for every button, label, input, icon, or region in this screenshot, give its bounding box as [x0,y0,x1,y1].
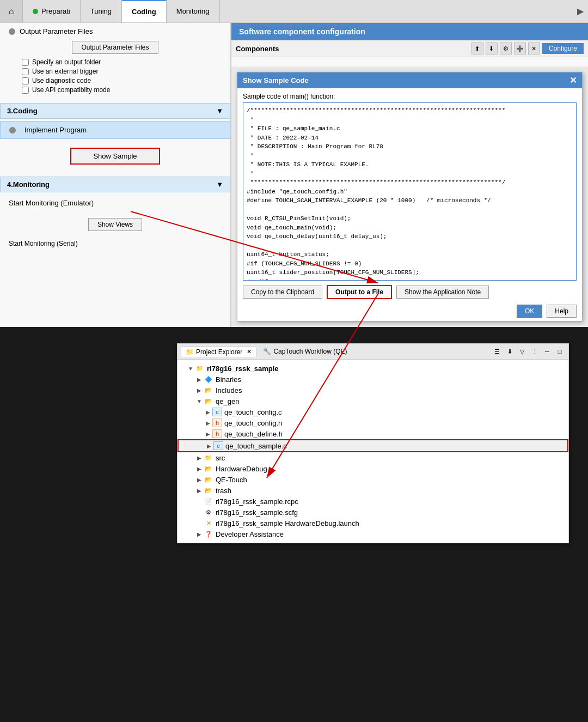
start-monitoring-emulator-label: Start Monitoring (Emulator) [9,199,94,207]
explorer-icon-down[interactable]: ⬇ [504,346,515,357]
tree-item-root[interactable]: ▼ 📁 rl78g16_rssk_sample [177,363,568,374]
implement-circle-icon [9,127,16,134]
show-views-button[interactable]: Show Views [88,218,142,231]
tree-item-includes[interactable]: ▶ 📂 Includes [177,385,568,396]
show-views-area: Show Views [0,211,230,238]
checkbox-diagnostic-input[interactable] [22,77,29,84]
tab-tuning[interactable]: Tuning [81,0,122,22]
tree-item-qe-config-c[interactable]: ▶ c qe_touch_config.c [177,406,568,417]
trash-icon: 📂 [204,486,213,495]
show-application-note-button[interactable]: Show the Application Note [396,286,489,299]
toolbar-icon-gear[interactable]: ⚙ [500,43,512,54]
toggle-src[interactable]: ▶ [195,455,204,461]
qe-touch-icon: 📂 [204,475,213,484]
checkbox-api-compat-input[interactable] [22,87,29,94]
left-panel: Output Parameter Files Output Parameter … [0,23,231,327]
tree-item-qe-define-h[interactable]: ▶ h qe_touch_define.h [177,428,568,439]
dialog-overlay: Show Sample Code ✕ Sample code of main()… [231,66,588,327]
label-launch: rl78g16_rssk_sample HardwareDebug.launch [216,519,359,527]
section3-header: 3.Coding ▼ [0,103,230,119]
section3-title: 3.Coding [7,107,38,115]
c-file-icon-config: c [212,408,222,416]
gray-circle-icon [9,28,15,35]
components-label: Components [236,45,279,53]
explorer-content: ▼ 📁 rl78g16_rssk_sample ▶ 🔷 Binaries ▶ 📂… [177,360,568,543]
toggle-dev-assist[interactable]: ▶ [195,531,204,537]
tree-item-binaries[interactable]: ▶ 🔷 Binaries [177,374,568,385]
checkbox-output-folder-input[interactable] [22,59,29,66]
toggle-includes[interactable]: ▶ [195,387,204,393]
toggle-binaries[interactable]: ▶ [195,377,204,383]
toggle-trash[interactable]: ▶ [195,488,204,494]
checkbox-external-trigger-input[interactable] [22,68,29,75]
tree-item-scfg[interactable]: ▶ ⚙ rl78g16_rssk_sample.scfg [177,507,568,518]
section4-title: 4.Monitoring [7,180,50,189]
tab-monitoring[interactable]: Monitoring [167,0,220,22]
label-qe-touch: QE-Touch [216,476,247,484]
toolbar-icon-add[interactable]: ➕ [514,43,526,54]
show-sample-area: Show Sample [0,139,230,173]
binaries-icon: 🔷 [204,375,213,384]
toolbar-icon-download[interactable]: ⬇ [486,43,498,54]
toolbar-icon-remove[interactable]: ✕ [528,43,540,54]
toggle-qe-gen[interactable]: ▼ [195,398,204,404]
tab-preparati[interactable]: Preparati [23,0,81,22]
tree-item-src[interactable]: ▶ 📁 src [177,452,568,463]
tree-item-qe-config-h[interactable]: ▶ h qe_touch_config.h [177,417,568,428]
explorer-icon-collapse[interactable]: ☰ [492,346,503,357]
tab-coding[interactable]: Coding [122,0,167,22]
output-to-file-button[interactable]: Output to a File [327,285,392,299]
tree-item-qe-sample-c[interactable]: ▶ c qe_touch_sample.c [177,439,568,452]
toolbar-icon-upload[interactable]: ⬆ [471,43,483,54]
folder-root-icon: 📁 [195,364,205,373]
home-tab[interactable]: ⌂ [0,0,23,22]
toolbar-icons: ⬆ ⬇ ⚙ ➕ ✕ Configure [471,43,584,54]
tree-item-trash[interactable]: ▶ 📂 trash [177,485,568,496]
dialog-subtitle: Sample code of main() function: [237,88,582,102]
label-hardware-debug: HardwareDebug [216,465,267,473]
tree-item-hardware-debug[interactable]: ▶ 📂 HardwareDebug [177,463,568,474]
sw-config-header: Software component configuration [231,23,588,40]
code-content: /***************************************… [247,106,573,281]
tree-item-rcpc[interactable]: ▶ 📄 rl78g16_rssk_sample.rcpc [177,496,568,507]
explorer-tab-close[interactable]: ✕ [247,348,252,355]
configure-button[interactable]: Configure [542,43,584,54]
explorer-icon-filter[interactable]: ▽ [517,346,528,357]
code-area[interactable]: /***************************************… [243,102,577,281]
project-explorer-panel: 📁 Project Explorer ✕ 🔧 CapTouch Workflow… [177,343,569,543]
label-scfg: rl78g16_rssk_sample.scfg [216,508,298,517]
explorer-tab-project[interactable]: 📁 Project Explorer ✕ [181,347,256,357]
toggle-root[interactable]: ▼ [186,366,195,372]
toggle-qe-config-c[interactable]: ▶ [204,409,212,415]
toggle-qe-sample-c[interactable]: ▶ [205,443,213,449]
dialog-close-button[interactable]: ✕ [569,75,577,86]
rcpc-icon: 📄 [204,497,213,506]
right-panel: Software component configuration Compone… [231,23,588,327]
checkbox-external-trigger: Use an external trigger [22,68,209,75]
tree-item-qe-touch[interactable]: ▶ 📂 QE-Touch [177,474,568,485]
toggle-qe-config-h[interactable]: ▶ [204,420,212,426]
toggle-hardware-debug[interactable]: ▶ [195,466,204,472]
section4-arrow-icon: ▼ [216,180,223,189]
dialog-help-button[interactable]: Help [547,305,577,318]
captouch-icon: 🔧 [263,348,271,355]
toggle-qe-touch[interactable]: ▶ [195,477,204,483]
dialog-ok-button[interactable]: OK [517,305,542,318]
explorer-icon-menu[interactable]: ⋮ [529,346,540,357]
tree-item-developer-assistance[interactable]: ▶ ❓ Developer Assistance [177,529,568,539]
output-param-files-button[interactable]: Output Parameter Files [72,41,158,54]
copy-to-clipboard-button[interactable]: Copy to the Clipboard [243,286,322,299]
explorer-tab-captouch[interactable]: 🔧 CapTouch Workflow (QE) [259,347,351,356]
explorer-icon-maximize[interactable]: □ [554,346,565,357]
toggle-qe-define-h[interactable]: ▶ [204,431,212,437]
show-sample-button[interactable]: Show Sample [70,148,160,165]
explorer-toolbar-right: ☰ ⬇ ▽ ⋮ ─ □ [492,346,565,357]
tree-item-qe-gen[interactable]: ▼ 📂 qe_gen [177,396,568,406]
section4-header: 4.Monitoring ▼ [0,177,230,192]
scroll-right-icon[interactable]: ▶ [577,6,584,16]
label-dev-assist: Developer Assistance [216,530,284,538]
implement-program-label: Implement Program [24,126,87,134]
tree-item-launch[interactable]: ▶ ✕ rl78g16_rssk_sample HardwareDebug.la… [177,518,568,529]
explorer-icon-minimize[interactable]: ─ [542,346,553,357]
label-qe-sample-c: qe_touch_sample.c [225,442,287,450]
